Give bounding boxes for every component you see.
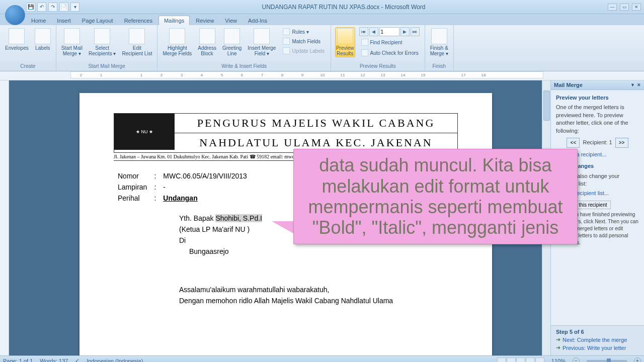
undo-icon[interactable]: ↶ bbox=[37, 3, 46, 12]
address-block-button[interactable]: Address Block bbox=[197, 27, 217, 57]
minimize-button[interactable]: — bbox=[608, 4, 617, 11]
group-label-write: Write & Insert Fields bbox=[162, 62, 327, 70]
quick-access-toolbar: 💾 ↶ ↷ 📄 ▾ bbox=[26, 3, 79, 12]
rules-button[interactable]: Rules ▾ bbox=[281, 27, 327, 36]
view-web-layout[interactable] bbox=[516, 357, 525, 363]
tp-step: Step 5 of 6 bbox=[556, 329, 584, 335]
tp-section1-text: One of the merged letters is previewed h… bbox=[556, 104, 639, 135]
tab-mailings[interactable]: Mailings bbox=[158, 16, 190, 25]
update-icon bbox=[283, 47, 290, 54]
vertical-ruler[interactable] bbox=[0, 80, 9, 355]
tp-recipient-label: Recipient: 1 bbox=[583, 139, 612, 146]
select-recipients-button[interactable]: Select Recipients ▾ bbox=[88, 27, 117, 57]
greeting-line-button[interactable]: Greeting Line bbox=[221, 27, 243, 57]
status-words[interactable]: Words: 137 bbox=[40, 358, 68, 363]
perihal-value: Undangan bbox=[163, 194, 197, 202]
tp-prev-button[interactable]: << bbox=[567, 138, 580, 148]
zoom-in-button[interactable]: + bbox=[634, 357, 641, 363]
window-title: UNDANGAN RAPAT RUTIN NU XPAS.docx - Micr… bbox=[79, 4, 608, 11]
taskpane-close-icon[interactable]: ✕ bbox=[637, 82, 641, 87]
zoom-percent[interactable]: 110% bbox=[551, 358, 566, 363]
tp-next-button[interactable]: >> bbox=[615, 138, 628, 148]
view-full-screen[interactable] bbox=[507, 357, 516, 363]
first-record-button[interactable]: ⏮ bbox=[359, 27, 368, 36]
status-proof-icon[interactable]: ✓ bbox=[75, 357, 79, 362]
nomor-value: MWC.06.05/A/19/VIII/2013 bbox=[160, 171, 250, 181]
start-mail-merge-button[interactable]: Start Mail Merge ▾ bbox=[60, 27, 84, 57]
tp-prev-link[interactable]: ➔Previous: Write your letter bbox=[556, 344, 639, 351]
view-print-layout[interactable] bbox=[497, 357, 506, 363]
autocheck-icon bbox=[361, 49, 368, 56]
insert-merge-field-button[interactable]: Insert Merge Field ▾ bbox=[247, 27, 277, 57]
office-button[interactable] bbox=[5, 5, 25, 25]
zoom-out-button[interactable]: − bbox=[573, 357, 580, 363]
find-icon bbox=[361, 39, 368, 46]
view-buttons bbox=[497, 357, 544, 363]
finish-icon bbox=[431, 28, 447, 44]
prev-record-button[interactable]: ◀ bbox=[369, 27, 378, 36]
save-icon[interactable]: 💾 bbox=[26, 3, 35, 12]
merge-name: Shohibi, S.Pd.I bbox=[215, 214, 262, 222]
envelope-icon bbox=[9, 28, 25, 44]
scroll-thumb[interactable] bbox=[543, 90, 550, 121]
group-label-create: Create bbox=[4, 62, 52, 70]
ribbon-tabs: Home Insert Page Layout References Maili… bbox=[0, 14, 644, 25]
edit-recipient-list-button[interactable]: Edit Recipient List bbox=[121, 27, 153, 57]
record-input[interactable] bbox=[379, 27, 399, 36]
taskpane-title: Mail Merge bbox=[554, 82, 583, 88]
tab-insert[interactable]: Insert bbox=[52, 16, 76, 25]
greeting-icon bbox=[224, 28, 240, 44]
statusbar: Page: 1 of 1 Words: 137 ✓ Indonesian (In… bbox=[0, 355, 644, 362]
tempat-line: Bungaasrejo bbox=[189, 247, 458, 255]
nomor-label: Nomor bbox=[115, 171, 150, 181]
view-draft[interactable] bbox=[535, 357, 544, 363]
group-label-start: Start Mail Merge bbox=[60, 62, 153, 70]
lampiran-label: Lampiran bbox=[115, 182, 150, 192]
maximize-button[interactable]: ▭ bbox=[620, 4, 629, 11]
tab-references[interactable]: References bbox=[119, 16, 157, 25]
zoom-slider[interactable] bbox=[587, 360, 627, 362]
group-label-preview: Preview Results bbox=[335, 62, 421, 70]
insertfield-icon bbox=[254, 28, 270, 44]
tab-view[interactable]: View bbox=[220, 16, 242, 25]
preview-icon bbox=[337, 28, 353, 44]
qat-customize-icon[interactable]: ▾ bbox=[70, 3, 79, 12]
match-fields-button[interactable]: Match Fields bbox=[281, 37, 327, 46]
highlight-merge-fields-button[interactable]: Highlight Merge Fields bbox=[162, 27, 193, 57]
new-icon[interactable]: 📄 bbox=[59, 3, 68, 12]
tab-review[interactable]: Review bbox=[191, 16, 219, 25]
close-button[interactable]: ✕ bbox=[632, 4, 641, 11]
tab-page-layout[interactable]: Page Layout bbox=[77, 16, 118, 25]
ribbon: Envelopes Labels Create Start Mail Merge… bbox=[0, 25, 644, 71]
find-recipient-button[interactable]: Find Recipient bbox=[359, 38, 421, 47]
view-outline[interactable] bbox=[526, 357, 535, 363]
auto-check-errors-button[interactable]: Auto Check for Errors bbox=[359, 48, 421, 57]
envelopes-button[interactable]: Envelopes bbox=[4, 27, 30, 52]
tp-section1-title: Preview your letters bbox=[556, 94, 639, 102]
status-page[interactable]: Page: 1 of 1 bbox=[3, 358, 33, 363]
finish-merge-button[interactable]: Finish & Merge ▾ bbox=[429, 27, 449, 57]
taskpane-dropdown-icon[interactable]: ▼ bbox=[630, 82, 635, 87]
labels-button[interactable]: Labels bbox=[34, 27, 52, 52]
rules-icon bbox=[283, 28, 290, 35]
status-language[interactable]: Indonesian (Indonesia) bbox=[87, 358, 143, 363]
yth-prefix: Yth. Bapak bbox=[179, 214, 215, 222]
preview-results-button[interactable]: Preview Results bbox=[335, 27, 355, 57]
next-record-button[interactable]: ▶ bbox=[400, 27, 410, 36]
titlebar: 💾 ↶ ↷ 📄 ▾ UNDANGAN RAPAT RUTIN NU XPAS.d… bbox=[0, 0, 644, 14]
update-labels-button: Update Labels bbox=[281, 46, 327, 55]
tp-next-link[interactable]: ➔Next: Complete the merge bbox=[556, 336, 639, 343]
last-record-button[interactable]: ⏭ bbox=[411, 27, 420, 36]
address-icon bbox=[199, 28, 215, 44]
mailmerge-icon bbox=[64, 28, 80, 44]
record-nav: ⏮ ◀ ▶ ⏭ bbox=[359, 27, 421, 36]
salam-line: Assalamu'alaikum warahmatullahi wabaraka… bbox=[179, 286, 458, 294]
tutorial-callout: data sudah muncul. Kita bisa melakukan e… bbox=[293, 149, 578, 244]
tab-home[interactable]: Home bbox=[26, 16, 51, 25]
redo-icon[interactable]: ↷ bbox=[48, 3, 57, 12]
letterhead-line1: PENGURUS MAJELIS WAKIL CABANG bbox=[175, 114, 457, 133]
perihal-label: Perihal bbox=[115, 193, 150, 203]
horizontal-ruler[interactable]: 211234567891011121314151718 bbox=[0, 71, 644, 80]
match-icon bbox=[283, 38, 290, 45]
tab-add-ins[interactable]: Add-Ins bbox=[243, 16, 272, 25]
